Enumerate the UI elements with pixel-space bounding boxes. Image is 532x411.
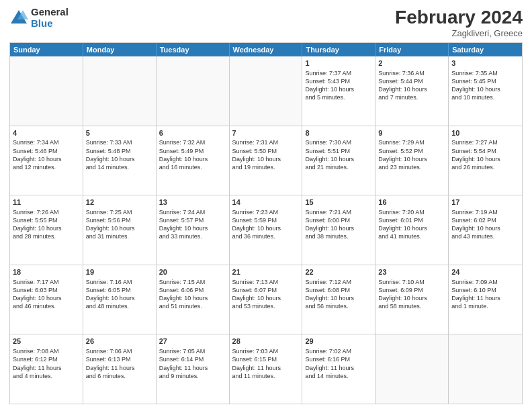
empty-cell <box>157 56 230 126</box>
cell-detail: Sunrise: 7:08 AMSunset: 6:12 PMDaylight:… <box>13 347 80 380</box>
day-cell-21: 21Sunrise: 7:13 AMSunset: 6:07 PMDayligh… <box>230 265 303 334</box>
day-number: 15 <box>305 197 372 208</box>
day-cell-28: 28Sunrise: 7:03 AMSunset: 6:15 PMDayligh… <box>230 334 303 404</box>
calendar-row-0: 1Sunrise: 7:37 AMSunset: 5:43 PMDaylight… <box>10 56 522 126</box>
day-cell-18: 18Sunrise: 7:17 AMSunset: 6:03 PMDayligh… <box>10 265 83 334</box>
day-number: 7 <box>232 128 300 138</box>
cell-detail: Sunrise: 7:03 AMSunset: 6:15 PMDaylight:… <box>232 347 300 380</box>
title-location: Zagkliveri, Greece <box>395 28 523 38</box>
cell-detail: Sunrise: 7:20 AMSunset: 6:01 PMDaylight:… <box>378 208 445 241</box>
cell-detail: Sunrise: 7:10 AMSunset: 6:09 PMDaylight:… <box>378 278 445 311</box>
logo-icon <box>9 9 28 28</box>
day-number: 8 <box>305 128 372 138</box>
day-cell-24: 24Sunrise: 7:09 AMSunset: 6:10 PMDayligh… <box>449 265 522 334</box>
cell-detail: Sunrise: 7:05 AMSunset: 6:14 PMDaylight:… <box>159 347 226 380</box>
cell-detail: Sunrise: 7:23 AMSunset: 5:59 PMDaylight:… <box>232 208 300 241</box>
cell-detail: Sunrise: 7:19 AMSunset: 6:02 PMDaylight:… <box>451 208 519 241</box>
day-number: 17 <box>451 197 519 208</box>
empty-cell <box>375 334 449 404</box>
day-cell-1: 1Sunrise: 7:37 AMSunset: 5:43 PMDaylight… <box>302 56 375 126</box>
cell-detail: Sunrise: 7:31 AMSunset: 5:50 PMDaylight:… <box>232 138 300 171</box>
day-number: 19 <box>86 267 153 277</box>
day-number: 27 <box>159 336 226 347</box>
day-cell-25: 25Sunrise: 7:08 AMSunset: 6:12 PMDayligh… <box>10 334 83 404</box>
calendar-row-1: 4Sunrise: 7:34 AMSunset: 5:46 PMDaylight… <box>10 126 522 195</box>
day-cell-8: 8Sunrise: 7:30 AMSunset: 5:51 PMDaylight… <box>302 126 375 195</box>
day-number: 5 <box>86 128 153 138</box>
title-month: February 2024 <box>395 7 523 28</box>
day-number: 14 <box>232 197 300 208</box>
cell-detail: Sunrise: 7:34 AMSunset: 5:46 PMDaylight:… <box>13 138 80 171</box>
empty-cell <box>230 56 303 126</box>
header-day-monday: Monday <box>83 43 157 56</box>
calendar-row-3: 18Sunrise: 7:17 AMSunset: 6:03 PMDayligh… <box>10 265 522 334</box>
calendar-row-4: 25Sunrise: 7:08 AMSunset: 6:12 PMDayligh… <box>10 334 522 404</box>
day-cell-11: 11Sunrise: 7:26 AMSunset: 5:55 PMDayligh… <box>10 195 83 265</box>
day-number: 26 <box>86 336 153 347</box>
cell-detail: Sunrise: 7:02 AMSunset: 6:16 PMDaylight:… <box>305 347 372 380</box>
day-number: 18 <box>13 267 80 277</box>
cell-detail: Sunrise: 7:37 AMSunset: 5:43 PMDaylight:… <box>305 69 372 102</box>
cell-detail: Sunrise: 7:30 AMSunset: 5:51 PMDaylight:… <box>305 138 372 171</box>
day-cell-2: 2Sunrise: 7:36 AMSunset: 5:44 PMDaylight… <box>375 56 449 126</box>
day-number: 16 <box>378 197 445 208</box>
day-number: 24 <box>451 267 519 277</box>
header-day-wednesday: Wednesday <box>230 43 303 56</box>
calendar-header: SundayMondayTuesdayWednesdayThursdayFrid… <box>10 43 522 56</box>
header-day-friday: Friday <box>375 43 449 56</box>
day-number: 20 <box>159 267 226 277</box>
day-cell-27: 27Sunrise: 7:05 AMSunset: 6:14 PMDayligh… <box>157 334 230 404</box>
header: General Blue February 2024 Zagkliveri, G… <box>9 7 523 38</box>
cell-detail: Sunrise: 7:15 AMSunset: 6:06 PMDaylight:… <box>159 278 226 311</box>
header-day-sunday: Sunday <box>10 43 83 56</box>
day-cell-4: 4Sunrise: 7:34 AMSunset: 5:46 PMDaylight… <box>10 126 83 195</box>
cell-detail: Sunrise: 7:27 AMSunset: 5:54 PMDaylight:… <box>451 138 519 171</box>
day-cell-9: 9Sunrise: 7:29 AMSunset: 5:52 PMDaylight… <box>375 126 449 195</box>
day-number: 10 <box>451 128 519 138</box>
header-day-tuesday: Tuesday <box>157 43 230 56</box>
cell-detail: Sunrise: 7:32 AMSunset: 5:49 PMDaylight:… <box>159 138 226 171</box>
calendar: SundayMondayTuesdayWednesdayThursdayFrid… <box>9 42 523 404</box>
empty-cell <box>449 334 522 404</box>
header-day-saturday: Saturday <box>449 43 522 56</box>
cell-detail: Sunrise: 7:21 AMSunset: 6:00 PMDaylight:… <box>305 208 372 241</box>
day-cell-6: 6Sunrise: 7:32 AMSunset: 5:49 PMDaylight… <box>157 126 230 195</box>
day-number: 29 <box>305 336 372 347</box>
day-cell-17: 17Sunrise: 7:19 AMSunset: 6:02 PMDayligh… <box>449 195 522 265</box>
day-number: 28 <box>232 336 300 347</box>
day-cell-23: 23Sunrise: 7:10 AMSunset: 6:09 PMDayligh… <box>375 265 449 334</box>
day-number: 4 <box>13 128 80 138</box>
calendar-row-2: 11Sunrise: 7:26 AMSunset: 5:55 PMDayligh… <box>10 195 522 265</box>
logo-general: General <box>31 7 69 18</box>
cell-detail: Sunrise: 7:17 AMSunset: 6:03 PMDaylight:… <box>13 278 80 311</box>
day-number: 12 <box>86 197 153 208</box>
day-cell-3: 3Sunrise: 7:35 AMSunset: 5:45 PMDaylight… <box>449 56 522 126</box>
day-cell-13: 13Sunrise: 7:24 AMSunset: 5:57 PMDayligh… <box>157 195 230 265</box>
day-number: 23 <box>378 267 445 277</box>
day-number: 22 <box>305 267 372 277</box>
logo: General Blue <box>9 7 69 29</box>
cell-detail: Sunrise: 7:09 AMSunset: 6:10 PMDaylight:… <box>451 278 519 311</box>
day-cell-7: 7Sunrise: 7:31 AMSunset: 5:50 PMDaylight… <box>230 126 303 195</box>
cell-detail: Sunrise: 7:13 AMSunset: 6:07 PMDaylight:… <box>232 278 300 311</box>
day-cell-15: 15Sunrise: 7:21 AMSunset: 6:00 PMDayligh… <box>302 195 375 265</box>
cell-detail: Sunrise: 7:35 AMSunset: 5:45 PMDaylight:… <box>451 69 519 102</box>
day-number: 6 <box>159 128 226 138</box>
day-number: 1 <box>305 58 372 68</box>
title-block: February 2024 Zagkliveri, Greece <box>395 7 523 38</box>
cell-detail: Sunrise: 7:33 AMSunset: 5:48 PMDaylight:… <box>86 138 153 171</box>
cell-detail: Sunrise: 7:12 AMSunset: 6:08 PMDaylight:… <box>305 278 372 311</box>
cell-detail: Sunrise: 7:36 AMSunset: 5:44 PMDaylight:… <box>378 69 445 102</box>
day-number: 25 <box>13 336 80 347</box>
day-cell-22: 22Sunrise: 7:12 AMSunset: 6:08 PMDayligh… <box>302 265 375 334</box>
header-day-thursday: Thursday <box>302 43 375 56</box>
day-cell-14: 14Sunrise: 7:23 AMSunset: 5:59 PMDayligh… <box>230 195 303 265</box>
day-number: 3 <box>451 58 519 68</box>
cell-detail: Sunrise: 7:29 AMSunset: 5:52 PMDaylight:… <box>378 138 445 171</box>
day-cell-19: 19Sunrise: 7:16 AMSunset: 6:05 PMDayligh… <box>83 265 157 334</box>
day-cell-16: 16Sunrise: 7:20 AMSunset: 6:01 PMDayligh… <box>375 195 449 265</box>
day-number: 21 <box>232 267 300 277</box>
empty-cell <box>10 56 83 126</box>
day-cell-10: 10Sunrise: 7:27 AMSunset: 5:54 PMDayligh… <box>449 126 522 195</box>
logo-text: General Blue <box>31 7 69 29</box>
